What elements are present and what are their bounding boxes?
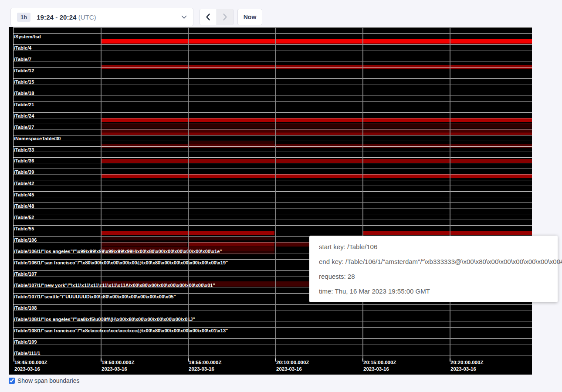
time-gridline [188, 27, 189, 358]
time-range-nav-group [200, 9, 234, 25]
heat-band[interactable] [101, 39, 532, 44]
axis-time: 19:45:00.000Z [14, 359, 47, 366]
span-boundary-line [13, 27, 532, 28]
span-boundary-line [13, 220, 532, 220]
row-label: /Table/52 [14, 215, 34, 220]
row-label: /Table/39 [14, 170, 34, 175]
span-boundary-line [13, 157, 532, 158]
span-boundary-line [13, 169, 532, 169]
row-label: /Table/106/1/"los angeles"/"\x99\x99\x99… [14, 249, 222, 254]
span-boundary-line [13, 350, 532, 350]
span-boundary-line [13, 124, 532, 124]
span-boundary-line [13, 225, 532, 226]
axis-time: 20:10:00.000Z [276, 359, 309, 366]
chevron-left-icon [206, 14, 210, 20]
row-label: /Table/45 [14, 193, 34, 197]
span-boundary-line [13, 107, 532, 107]
row-label: /Table/107/1/"seattle"/"UUUUUUD\x00\x80\… [14, 294, 176, 299]
row-label: /NamespaceTable/30 [14, 136, 61, 141]
time-gridline [362, 27, 363, 358]
axis-time: 20:15:00.000Z [363, 359, 396, 366]
span-boundary-line [13, 304, 532, 305]
span-boundary-line [13, 203, 532, 203]
span-boundary-line [13, 78, 532, 79]
row-label: /Table/107 [14, 272, 37, 277]
span-boundary-line [13, 208, 532, 209]
time-range-text: 19:24 - 20:24 (UTC) [37, 14, 96, 21]
heat-band[interactable] [101, 118, 532, 122]
time-range-timezone: (UTC) [78, 14, 96, 21]
row-label: /Table/106/1/"san francisco"/"\x80\x00\x… [14, 260, 228, 265]
span-boundary-line [13, 344, 532, 345]
span-boundary-line [13, 355, 532, 356]
row-label: /Table/108 [14, 306, 37, 311]
axis-date: 2023-03-16 [363, 366, 396, 372]
key-visualizer-page: 1h 19:24 - 20:24 (UTC) Now /System/tsd/T… [0, 0, 562, 392]
toolbar: 1h 19:24 - 20:24 (UTC) Now [0, 0, 562, 27]
axis-time: 19:50:00.000Z [102, 359, 134, 366]
span-boundary-line [13, 146, 532, 147]
row-label: /Table/18 [14, 91, 34, 96]
axis-time-label: 19:50:00.000Z2023-03-16 [102, 359, 134, 372]
checkbox-label: Show span boundaries [17, 377, 79, 384]
next-range-button[interactable] [217, 9, 233, 25]
row-label: /Table/108/1/"san francisco"/"\x8c\xcc\x… [14, 328, 228, 333]
axis-time-label: 19:55:00.000Z2023-03-16 [189, 359, 221, 372]
axis-date: 2023-03-16 [276, 366, 309, 372]
row-label: /Table/7 [14, 57, 31, 62]
row-label: /Table/27 [14, 125, 34, 130]
span-boundary-line [13, 197, 532, 197]
show-span-boundaries-checkbox[interactable] [9, 378, 15, 384]
tooltip-requests: requests: 28 [319, 272, 548, 281]
span-boundary-line [13, 129, 532, 130]
row-label: /Table/33 [14, 148, 34, 152]
span-boundary-line [13, 141, 532, 141]
span-boundary-line [13, 338, 532, 339]
span-boundary-line [13, 61, 532, 62]
prev-range-button[interactable] [200, 9, 217, 25]
span-boundary-line [13, 327, 532, 328]
span-boundary-line [13, 90, 532, 90]
axis-time-label: 20:10:00.000Z2023-03-16 [276, 359, 309, 372]
row-label: /System/tsd [14, 34, 41, 39]
hover-tooltip: start key: /Table/106 end key: /Table/10… [309, 236, 558, 302]
axis-time: 20:20:00.000Z [450, 359, 483, 366]
span-boundary-line [13, 186, 532, 186]
span-boundary-line [13, 316, 532, 316]
row-label: /Table/108/1/"los angeles"/"\xa8\xf5\u00… [14, 317, 195, 322]
span-boundary-line [13, 231, 532, 231]
tooltip-start-key: start key: /Table/106 [319, 242, 548, 252]
chevron-right-icon [223, 14, 227, 20]
row-label: /Table/4 [14, 46, 31, 51]
span-boundary-line [13, 67, 532, 68]
span-boundaries-control[interactable]: Show span boundaries [9, 377, 79, 384]
row-label: /Table/109 [14, 340, 37, 345]
time-gridline [450, 27, 450, 358]
row-label: /Table/21 [14, 102, 34, 107]
time-range-value: 19:24 - 20:24 [37, 14, 76, 21]
row-label: /Table/111/1 [14, 351, 40, 356]
span-boundary-line [13, 44, 532, 45]
span-boundary-line [13, 101, 532, 101]
span-boundary-line [13, 191, 532, 192]
span-boundary-line [13, 118, 532, 118]
now-button[interactable]: Now [237, 9, 262, 25]
heat-band[interactable] [188, 141, 274, 144]
span-boundary-line [13, 214, 532, 214]
row-label: /Table/48 [14, 204, 34, 209]
row-label: /Table/24 [14, 114, 34, 118]
span-boundary-line [13, 152, 532, 152]
key-visualizer-heatmap[interactable]: /System/tsd/Table/4/Table/7/Table/12/Tab… [9, 27, 532, 375]
row-label: /Table/36 [14, 159, 34, 163]
tooltip-end-key: end key: /Table/106/1/"amsterdam"/"\xb33… [319, 257, 548, 267]
row-label: /Table/106 [14, 238, 37, 243]
row-label: /Table/15 [14, 80, 34, 84]
span-boundary-line [13, 39, 532, 39]
axis-time-label: 20:15:00.000Z2023-03-16 [363, 359, 396, 372]
time-range-selector[interactable]: 1h 19:24 - 20:24 (UTC) [10, 8, 193, 26]
tooltip-time: time: Thu, 16 Mar 2023 19:55:00 GMT [319, 287, 548, 296]
left-edge-line [13, 27, 14, 358]
heat-band[interactable] [101, 159, 532, 163]
row-label: /Table/12 [14, 68, 34, 73]
span-boundary-line [13, 174, 532, 175]
